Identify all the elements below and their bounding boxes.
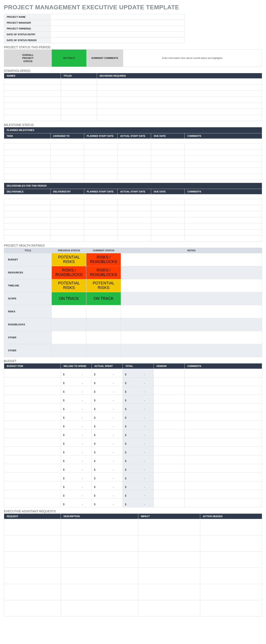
cell[interactable] — [118, 149, 151, 156]
cell[interactable] — [184, 162, 262, 168]
willing-spend[interactable] — [61, 472, 92, 481]
comments[interactable] — [184, 377, 262, 386]
cell[interactable] — [50, 199, 84, 205]
cell[interactable] — [97, 109, 262, 115]
cell[interactable] — [118, 174, 151, 180]
cell[interactable] — [97, 115, 262, 121]
willing-spend[interactable] — [61, 490, 92, 498]
cell[interactable] — [61, 84, 97, 90]
budget-item[interactable] — [4, 455, 61, 464]
meta-input[interactable] — [51, 38, 184, 43]
health-notes[interactable] — [121, 344, 262, 357]
cell[interactable] — [84, 217, 118, 223]
vendor[interactable] — [154, 403, 184, 412]
cell[interactable] — [84, 149, 118, 156]
cell[interactable] — [4, 90, 61, 96]
cell[interactable] — [151, 149, 184, 156]
actual-spent[interactable] — [92, 386, 123, 395]
comments[interactable] — [184, 369, 262, 377]
cell[interactable] — [151, 174, 184, 180]
current-status[interactable]: POTENTIAL RISKS — [86, 279, 121, 292]
vendor[interactable] — [154, 472, 184, 481]
meta-input[interactable] — [51, 20, 184, 26]
cell[interactable] — [184, 223, 262, 229]
meta-input[interactable] — [51, 32, 184, 38]
cell[interactable] — [97, 90, 262, 96]
request[interactable] — [4, 535, 61, 551]
health-notes[interactable] — [121, 253, 262, 266]
action-needed[interactable] — [200, 535, 262, 551]
health-notes[interactable] — [121, 279, 262, 292]
cell[interactable] — [4, 102, 61, 109]
actual-spent[interactable] — [92, 464, 123, 472]
cell[interactable] — [4, 235, 51, 241]
cell[interactable] — [84, 143, 118, 149]
health-notes[interactable] — [121, 305, 262, 318]
cell[interactable] — [151, 162, 184, 168]
actual-spent[interactable] — [92, 369, 123, 377]
vendor[interactable] — [154, 446, 184, 455]
cell[interactable] — [4, 156, 51, 162]
cell[interactable] — [50, 223, 84, 229]
previous-status[interactable] — [52, 331, 86, 344]
cell[interactable] — [4, 162, 51, 168]
cell[interactable] — [118, 199, 151, 205]
actual-spent[interactable] — [92, 498, 123, 507]
vendor[interactable] — [154, 395, 184, 403]
meta-input[interactable] — [51, 26, 184, 32]
cell[interactable] — [84, 235, 118, 241]
vendor[interactable] — [154, 412, 184, 420]
cell[interactable] — [4, 78, 61, 84]
cell[interactable] — [4, 223, 51, 229]
cell[interactable] — [84, 223, 118, 229]
budget-item[interactable] — [4, 377, 61, 386]
health-notes[interactable] — [121, 331, 262, 344]
comments[interactable] — [184, 481, 262, 490]
cell[interactable] — [84, 199, 118, 205]
action-needed[interactable] — [200, 584, 262, 600]
cell[interactable] — [118, 235, 151, 241]
description[interactable] — [61, 519, 138, 535]
current-status[interactable] — [86, 305, 121, 318]
vendor[interactable] — [154, 464, 184, 472]
comments[interactable] — [184, 386, 262, 395]
cell[interactable] — [118, 205, 151, 211]
vendor[interactable] — [154, 377, 184, 386]
budget-item[interactable] — [4, 420, 61, 429]
cell[interactable] — [184, 205, 262, 211]
willing-spend[interactable] — [61, 420, 92, 429]
vendor[interactable] — [154, 420, 184, 429]
cell[interactable] — [84, 156, 118, 162]
actual-spent[interactable] — [92, 446, 123, 455]
cell[interactable] — [50, 162, 84, 168]
cell[interactable] — [151, 199, 184, 205]
cell[interactable] — [151, 143, 184, 149]
description[interactable] — [61, 551, 138, 568]
willing-spend[interactable] — [61, 481, 92, 490]
cell[interactable] — [4, 115, 61, 121]
budget-item[interactable] — [4, 472, 61, 481]
action-needed[interactable] — [200, 519, 262, 535]
comments[interactable] — [184, 429, 262, 438]
cell[interactable] — [97, 102, 262, 109]
current-status[interactable] — [86, 318, 121, 331]
willing-spend[interactable] — [61, 455, 92, 464]
meta-input[interactable] — [51, 14, 184, 20]
cell[interactable] — [84, 205, 118, 211]
overall-status-value[interactable]: ON TRACK — [52, 50, 86, 67]
willing-spend[interactable] — [61, 395, 92, 403]
willing-spend[interactable] — [61, 464, 92, 472]
cell[interactable] — [50, 217, 84, 223]
previous-status[interactable] — [52, 344, 86, 357]
actual-spent[interactable] — [92, 403, 123, 412]
cell[interactable] — [50, 235, 84, 241]
cell[interactable] — [50, 156, 84, 162]
cell[interactable] — [118, 162, 151, 168]
budget-item[interactable] — [4, 464, 61, 472]
cell[interactable] — [184, 149, 262, 156]
cell[interactable] — [61, 102, 97, 109]
budget-item[interactable] — [4, 386, 61, 395]
impact[interactable] — [138, 600, 200, 616]
cell[interactable] — [97, 96, 262, 102]
willing-spend[interactable] — [61, 412, 92, 420]
